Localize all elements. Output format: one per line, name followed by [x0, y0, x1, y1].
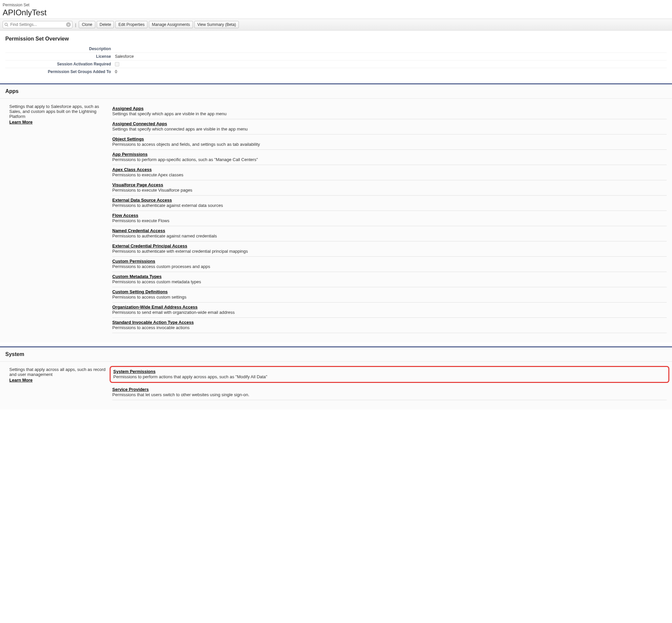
- system-row: System PermissionsPermissions to perform…: [110, 366, 669, 383]
- clear-search-icon[interactable]: ✕: [66, 22, 71, 27]
- license-label: License: [5, 53, 115, 60]
- view-summary-button[interactable]: View Summary (Beta): [194, 21, 239, 28]
- page-header: Permission Set APIOnlyTest: [0, 0, 672, 19]
- apps-row: Visualforce Page AccessPermissions to ex…: [112, 180, 667, 196]
- apps-row: Custom Setting DefinitionsPermissions to…: [112, 287, 667, 302]
- apps-row: External Data Source AccessPermissions t…: [112, 196, 667, 211]
- apps-desc: Permissions to execute Flows: [112, 218, 667, 223]
- delete-button[interactable]: Delete: [97, 21, 114, 28]
- apps-desc: Permissions to execute Apex classes: [112, 172, 667, 177]
- page-title: APIOnlyTest: [3, 8, 669, 17]
- description-label: Description: [5, 45, 115, 53]
- system-link[interactable]: Service Providers: [112, 387, 149, 392]
- system-desc: Permissions that let users switch to oth…: [112, 392, 667, 397]
- apps-link[interactable]: External Credential Principal Access: [112, 243, 187, 248]
- search-icon: [4, 23, 8, 27]
- apps-row: Standard Invocable Action Type AccessPer…: [112, 318, 667, 333]
- apps-row: App PermissionsPermissions to perform ap…: [112, 150, 667, 165]
- apps-desc: Permissions to access objects and fields…: [112, 142, 667, 147]
- search-input[interactable]: [3, 21, 72, 28]
- apps-desc: Permissions to execute Visualforce pages: [112, 188, 667, 192]
- clone-button[interactable]: Clone: [79, 21, 95, 28]
- apps-link[interactable]: App Permissions: [112, 152, 147, 157]
- apps-desc: Permissions to authenticate against exte…: [112, 203, 667, 208]
- svg-point-0: [5, 23, 8, 26]
- apps-section: Apps Settings that apply to Salesforce a…: [0, 83, 672, 343]
- apps-desc: Permissions to send email with organizat…: [112, 310, 667, 315]
- license-value: Salesforce: [115, 53, 134, 60]
- groups-added-value: 0: [115, 68, 117, 76]
- apps-desc: Settings that specify which apps are vis…: [112, 111, 667, 116]
- apps-desc: Settings that specify which connected ap…: [112, 126, 667, 131]
- apps-row: Custom PermissionsPermissions to access …: [112, 257, 667, 272]
- apps-row: External Credential Principal AccessPerm…: [112, 241, 667, 257]
- edit-properties-button[interactable]: Edit Properties: [115, 21, 147, 28]
- apps-desc: Permissions to access custom settings: [112, 295, 667, 300]
- system-section: System Settings that apply across all ap…: [0, 346, 672, 410]
- system-intro: Settings that apply across all apps, suc…: [9, 367, 106, 377]
- svg-line-1: [7, 25, 8, 26]
- apps-row: Apex Class AccessPermissions to execute …: [112, 165, 667, 180]
- groups-added-label: Permission Set Groups Added To: [5, 68, 115, 76]
- apps-desc: Permissions to access custom processes a…: [112, 264, 667, 269]
- manage-assignments-button[interactable]: Manage Assignments: [149, 21, 193, 28]
- apps-row: Assigned Connected AppsSettings that spe…: [112, 119, 667, 135]
- apps-link[interactable]: Flow Access: [112, 213, 138, 218]
- search-wrap: ✕: [3, 21, 72, 28]
- system-desc: Permissions to perform actions that appl…: [113, 374, 666, 379]
- apps-link[interactable]: Visualforce Page Access: [112, 182, 163, 187]
- apps-link[interactable]: Named Credential Access: [112, 228, 165, 233]
- system-row: Service ProvidersPermissions that let us…: [112, 385, 667, 400]
- toolbar: ✕ | Clone Delete Edit Properties Manage …: [0, 19, 672, 31]
- apps-desc: Permissions to access invocable actions: [112, 325, 667, 330]
- apps-link[interactable]: Custom Metadata Types: [112, 274, 162, 279]
- apps-desc: Permissions to authenticate with externa…: [112, 249, 667, 254]
- apps-section-title: Apps: [5, 88, 667, 94]
- apps-row: Custom Metadata TypesPermissions to acce…: [112, 272, 667, 287]
- apps-desc: Permissions to perform app-specific acti…: [112, 157, 667, 162]
- page-header-label: Permission Set: [3, 3, 669, 7]
- apps-learn-more-link[interactable]: Learn More: [9, 120, 33, 124]
- apps-link[interactable]: Organization-Wide Email Address Access: [112, 304, 198, 309]
- apps-link[interactable]: Standard Invocable Action Type Access: [112, 320, 194, 325]
- apps-intro: Settings that apply to Salesforce apps, …: [9, 104, 99, 119]
- overview-title: Permission Set Overview: [5, 36, 667, 42]
- apps-row: Named Credential AccessPermissions to au…: [112, 226, 667, 241]
- session-activation-value: [115, 60, 119, 68]
- apps-desc: Permissions to access custom metadata ty…: [112, 279, 667, 284]
- apps-link[interactable]: External Data Source Access: [112, 198, 172, 203]
- apps-link[interactable]: Custom Setting Definitions: [112, 289, 168, 294]
- apps-link[interactable]: Object Settings: [112, 137, 144, 142]
- system-learn-more-link[interactable]: Learn More: [9, 378, 33, 383]
- overview-section: Permission Set Overview Description Lice…: [0, 31, 672, 83]
- apps-row: Flow AccessPermissions to execute Flows: [112, 211, 667, 226]
- toolbar-separator: |: [75, 22, 76, 27]
- apps-desc: Permissions to authenticate against name…: [112, 234, 667, 238]
- apps-link[interactable]: Assigned Connected Apps: [112, 121, 167, 126]
- apps-link[interactable]: Apex Class Access: [112, 167, 152, 172]
- apps-link[interactable]: Assigned Apps: [112, 106, 144, 111]
- apps-row: Object SettingsPermissions to access obj…: [112, 135, 667, 150]
- session-activation-label: Session Activation Required: [5, 60, 115, 68]
- apps-row: Assigned AppsSettings that specify which…: [112, 104, 667, 119]
- apps-row: Organization-Wide Email Address AccessPe…: [112, 302, 667, 318]
- system-link[interactable]: System Permissions: [113, 369, 155, 374]
- apps-link[interactable]: Custom Permissions: [112, 259, 155, 264]
- system-list: System PermissionsPermissions to perform…: [112, 367, 667, 400]
- apps-list: Assigned AppsSettings that specify which…: [112, 104, 667, 333]
- system-section-title: System: [5, 351, 667, 357]
- session-activation-checkbox: [115, 62, 119, 66]
